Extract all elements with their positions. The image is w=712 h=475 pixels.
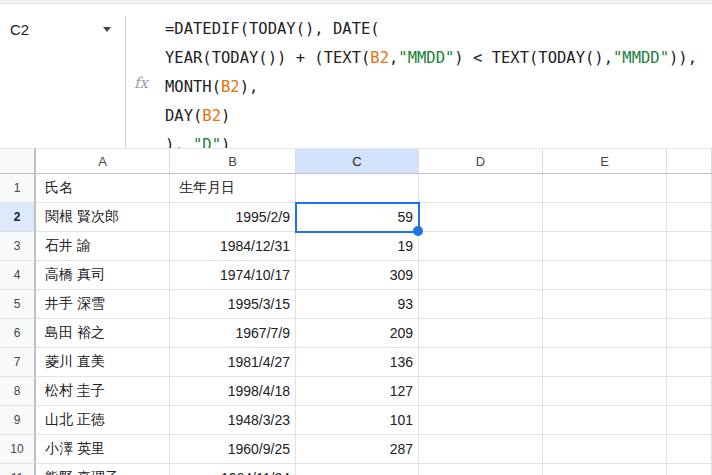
row-header-9[interactable]: 9	[0, 406, 36, 435]
cell-B6[interactable]: 1967/7/9	[170, 319, 296, 348]
row-header-7[interactable]: 7	[0, 348, 36, 377]
formula-token: ) < TEXT(TODAY(),	[454, 49, 613, 67]
cell-E8[interactable]	[543, 377, 667, 406]
cell-A3[interactable]: 石井 諭	[36, 232, 170, 261]
cell-B11[interactable]: 1964/11/24	[170, 464, 296, 475]
cell-E10[interactable]	[543, 435, 667, 464]
cell-A2[interactable]: 関根 賢次郎	[36, 203, 170, 232]
cell-C4[interactable]: 309	[296, 261, 419, 290]
cell-F4[interactable]	[667, 261, 712, 290]
table-row: 5井手 深雪1995/3/1593	[0, 290, 712, 319]
column-header-C[interactable]: C	[296, 148, 419, 174]
cell-F6[interactable]	[667, 319, 712, 348]
row-header-2[interactable]: 2	[0, 203, 36, 232]
chevron-down-icon[interactable]	[103, 27, 111, 32]
selection-border[interactable]	[295, 202, 420, 233]
row-header-3[interactable]: 3	[0, 232, 36, 261]
cell-F8[interactable]	[667, 377, 712, 406]
cell-E4[interactable]	[543, 261, 667, 290]
cell-E3[interactable]	[543, 232, 667, 261]
cell-F1[interactable]	[667, 174, 712, 203]
cell-C5[interactable]: 93	[296, 290, 419, 319]
sheet-grid: ABCDE1氏名生年月日2関根 賢次郎1995/2/9593石井 諭1984/1…	[0, 148, 712, 475]
column-header-B[interactable]: B	[170, 148, 296, 174]
formula-token: =DATEDIF(TODAY(), DATE(	[165, 20, 380, 38]
cell-D9[interactable]	[419, 406, 543, 435]
cell-F9[interactable]	[667, 406, 712, 435]
cell-B7[interactable]: 1981/4/27	[170, 348, 296, 377]
cell-E9[interactable]	[543, 406, 667, 435]
formula-line-2: YEAR(TODAY()) + (TEXT(B2,"MMDD") < TEXT(…	[165, 44, 712, 73]
row-header-8[interactable]: 8	[0, 377, 36, 406]
cell-F2[interactable]	[667, 203, 712, 232]
cell-E2[interactable]	[543, 203, 667, 232]
cell-A11[interactable]: 熊野 真理子	[36, 464, 170, 475]
formula-token: YEAR(TODAY()) + (TEXT(	[165, 49, 370, 67]
cell-F10[interactable]	[667, 435, 712, 464]
cell-C6[interactable]: 209	[296, 319, 419, 348]
cell-C9[interactable]: 101	[296, 406, 419, 435]
row-header-4[interactable]: 4	[0, 261, 36, 290]
cell-D7[interactable]	[419, 348, 543, 377]
cell-F11[interactable]	[667, 464, 712, 475]
column-header-D[interactable]: D	[419, 148, 543, 174]
row-header-6[interactable]: 6	[0, 319, 36, 348]
cell-E1[interactable]	[543, 174, 667, 203]
cell-F3[interactable]	[667, 232, 712, 261]
cell-C1[interactable]	[296, 174, 419, 203]
cell-A8[interactable]: 松村 圭子	[36, 377, 170, 406]
cell-B3[interactable]: 1984/12/31	[170, 232, 296, 261]
cell-A9[interactable]: 山北 正徳	[36, 406, 170, 435]
formula-token: )	[221, 107, 230, 125]
cell-A1[interactable]: 氏名	[36, 174, 170, 203]
cell-D4[interactable]	[419, 261, 543, 290]
cell-C3[interactable]: 19	[296, 232, 419, 261]
row-header-11[interactable]: 11	[0, 464, 36, 475]
formula-token: B2	[202, 107, 221, 125]
cell-B4[interactable]: 1974/10/17	[170, 261, 296, 290]
cell-A4[interactable]: 高橋 真司	[36, 261, 170, 290]
table-row: 11熊野 真理子1964/11/24	[0, 464, 712, 475]
cell-E7[interactable]	[543, 348, 667, 377]
column-header-A[interactable]: A	[36, 148, 170, 174]
row-header-1[interactable]: 1	[0, 174, 36, 203]
cell-E6[interactable]	[543, 319, 667, 348]
cell-F5[interactable]	[667, 290, 712, 319]
cell-C10[interactable]: 287	[296, 435, 419, 464]
cell-D10[interactable]	[419, 435, 543, 464]
column-header-E[interactable]: E	[543, 148, 667, 174]
formula-line-1: =DATEDIF(TODAY(), DATE(	[165, 15, 712, 44]
column-header-partial[interactable]	[667, 148, 712, 174]
cell-C11[interactable]	[296, 464, 419, 475]
cell-A6[interactable]: 島田 裕之	[36, 319, 170, 348]
cell-C7[interactable]: 136	[296, 348, 419, 377]
select-all-corner[interactable]	[0, 148, 36, 174]
cell-D2[interactable]	[419, 203, 543, 232]
fill-handle[interactable]	[413, 226, 423, 236]
formula-input[interactable]: =DATEDIF(TODAY(), DATE(YEAR(TODAY()) + (…	[165, 15, 712, 152]
grid-body: ABCDE1氏名生年月日2関根 賢次郎1995/2/9593石井 諭1984/1…	[0, 148, 712, 475]
cell-D1[interactable]	[419, 174, 543, 203]
cell-B2[interactable]: 1995/2/9	[170, 203, 296, 232]
cell-D8[interactable]	[419, 377, 543, 406]
cell-F7[interactable]	[667, 348, 712, 377]
cell-B1[interactable]: 生年月日	[170, 174, 296, 203]
name-box[interactable]: C2	[0, 14, 125, 44]
cell-B9[interactable]: 1948/3/23	[170, 406, 296, 435]
row-header-10[interactable]: 10	[0, 435, 36, 464]
cell-E5[interactable]	[543, 290, 667, 319]
cell-B5[interactable]: 1995/3/15	[170, 290, 296, 319]
cell-B8[interactable]: 1998/4/18	[170, 377, 296, 406]
cell-D5[interactable]	[419, 290, 543, 319]
cell-D3[interactable]	[419, 232, 543, 261]
cell-A7[interactable]: 菱川 直美	[36, 348, 170, 377]
cell-A10[interactable]: 小澤 英里	[36, 435, 170, 464]
cell-D6[interactable]	[419, 319, 543, 348]
cell-D11[interactable]	[419, 464, 543, 475]
cell-C8[interactable]: 127	[296, 377, 419, 406]
cell-B10[interactable]: 1960/9/25	[170, 435, 296, 464]
row-header-5[interactable]: 5	[0, 290, 36, 319]
cell-E11[interactable]	[543, 464, 667, 475]
formula-token: "MMDD"	[398, 49, 454, 67]
cell-A5[interactable]: 井手 深雪	[36, 290, 170, 319]
